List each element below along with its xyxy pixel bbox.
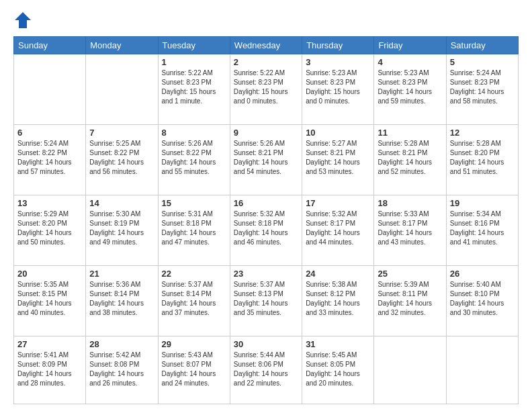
calendar-cell: 4Sunrise: 5:23 AM Sunset: 8:23 PM Daylig… bbox=[374, 54, 446, 125]
day-info: Sunrise: 5:27 AM Sunset: 8:21 PM Dayligh… bbox=[306, 139, 370, 177]
day-number: 4 bbox=[378, 57, 442, 67]
calendar-week-1: 1Sunrise: 5:22 AM Sunset: 8:23 PM Daylig… bbox=[14, 54, 519, 125]
calendar-cell: 22Sunrise: 5:37 AM Sunset: 8:14 PM Dayli… bbox=[158, 265, 230, 336]
day-number: 25 bbox=[378, 269, 442, 279]
calendar-table: SundayMondayTuesdayWednesdayThursdayFrid… bbox=[13, 36, 519, 404]
calendar-week-3: 13Sunrise: 5:29 AM Sunset: 8:20 PM Dayli… bbox=[14, 195, 519, 265]
calendar-cell: 15Sunrise: 5:31 AM Sunset: 8:18 PM Dayli… bbox=[158, 195, 230, 265]
page: SundayMondayTuesdayWednesdayThursdayFrid… bbox=[0, 0, 532, 411]
logo-icon bbox=[13, 11, 32, 30]
calendar-cell bbox=[86, 54, 158, 125]
calendar-cell: 24Sunrise: 5:38 AM Sunset: 8:12 PM Dayli… bbox=[302, 265, 374, 336]
day-number: 24 bbox=[306, 269, 370, 279]
day-number: 10 bbox=[306, 128, 370, 138]
calendar-cell: 1Sunrise: 5:22 AM Sunset: 8:23 PM Daylig… bbox=[158, 54, 230, 125]
day-info: Sunrise: 5:23 AM Sunset: 8:23 PM Dayligh… bbox=[306, 68, 370, 106]
calendar-cell: 11Sunrise: 5:28 AM Sunset: 8:21 PM Dayli… bbox=[374, 124, 446, 195]
weekday-header-row: SundayMondayTuesdayWednesdayThursdayFrid… bbox=[14, 37, 519, 54]
day-info: Sunrise: 5:26 AM Sunset: 8:22 PM Dayligh… bbox=[162, 139, 226, 177]
day-info: Sunrise: 5:28 AM Sunset: 8:20 PM Dayligh… bbox=[450, 139, 515, 177]
weekday-header-friday: Friday bbox=[374, 37, 446, 54]
day-number: 21 bbox=[89, 269, 154, 279]
calendar-cell: 14Sunrise: 5:30 AM Sunset: 8:19 PM Dayli… bbox=[86, 195, 158, 265]
calendar-cell: 26Sunrise: 5:40 AM Sunset: 8:10 PM Dayli… bbox=[446, 265, 518, 336]
calendar-cell: 3Sunrise: 5:23 AM Sunset: 8:23 PM Daylig… bbox=[302, 54, 374, 125]
weekday-header-sunday: Sunday bbox=[14, 37, 86, 54]
calendar-cell: 17Sunrise: 5:32 AM Sunset: 8:17 PM Dayli… bbox=[302, 195, 374, 265]
calendar-cell: 9Sunrise: 5:26 AM Sunset: 8:21 PM Daylig… bbox=[230, 124, 302, 195]
day-info: Sunrise: 5:33 AM Sunset: 8:17 PM Dayligh… bbox=[378, 210, 442, 247]
calendar-cell: 31Sunrise: 5:45 AM Sunset: 8:05 PM Dayli… bbox=[302, 336, 374, 404]
day-info: Sunrise: 5:45 AM Sunset: 8:05 PM Dayligh… bbox=[306, 351, 370, 388]
svg-marker-0 bbox=[15, 12, 31, 28]
day-number: 2 bbox=[234, 57, 298, 67]
day-info: Sunrise: 5:32 AM Sunset: 8:17 PM Dayligh… bbox=[306, 210, 370, 247]
calendar-cell: 2Sunrise: 5:22 AM Sunset: 8:23 PM Daylig… bbox=[230, 54, 302, 125]
day-number: 23 bbox=[234, 269, 298, 279]
day-number: 16 bbox=[234, 198, 298, 208]
calendar-cell bbox=[374, 336, 446, 404]
calendar-cell: 12Sunrise: 5:28 AM Sunset: 8:20 PM Dayli… bbox=[446, 124, 518, 195]
calendar-cell: 7Sunrise: 5:25 AM Sunset: 8:22 PM Daylig… bbox=[86, 124, 158, 195]
day-number: 9 bbox=[234, 128, 298, 138]
day-info: Sunrise: 5:43 AM Sunset: 8:07 PM Dayligh… bbox=[162, 351, 226, 388]
weekday-header-thursday: Thursday bbox=[302, 37, 374, 54]
day-info: Sunrise: 5:39 AM Sunset: 8:11 PM Dayligh… bbox=[378, 280, 442, 318]
calendar-cell: 29Sunrise: 5:43 AM Sunset: 8:07 PM Dayli… bbox=[158, 336, 230, 404]
day-number: 8 bbox=[162, 128, 226, 138]
day-info: Sunrise: 5:44 AM Sunset: 8:06 PM Dayligh… bbox=[234, 351, 298, 388]
day-number: 31 bbox=[306, 339, 370, 349]
day-number: 11 bbox=[378, 128, 442, 138]
day-number: 27 bbox=[17, 339, 82, 349]
calendar-cell: 6Sunrise: 5:24 AM Sunset: 8:22 PM Daylig… bbox=[14, 124, 86, 195]
day-info: Sunrise: 5:41 AM Sunset: 8:09 PM Dayligh… bbox=[17, 351, 82, 388]
day-number: 26 bbox=[450, 269, 515, 279]
day-number: 19 bbox=[450, 198, 515, 208]
day-number: 18 bbox=[378, 198, 442, 208]
day-info: Sunrise: 5:28 AM Sunset: 8:21 PM Dayligh… bbox=[378, 139, 442, 177]
logo bbox=[13, 11, 35, 30]
day-info: Sunrise: 5:38 AM Sunset: 8:12 PM Dayligh… bbox=[306, 280, 370, 318]
day-number: 20 bbox=[17, 269, 82, 279]
day-number: 15 bbox=[162, 198, 226, 208]
day-info: Sunrise: 5:35 AM Sunset: 8:15 PM Dayligh… bbox=[17, 280, 82, 318]
day-info: Sunrise: 5:29 AM Sunset: 8:20 PM Dayligh… bbox=[17, 210, 82, 247]
day-number: 1 bbox=[162, 57, 226, 67]
day-info: Sunrise: 5:37 AM Sunset: 8:14 PM Dayligh… bbox=[162, 280, 226, 318]
calendar-cell bbox=[14, 54, 86, 125]
calendar-cell: 8Sunrise: 5:26 AM Sunset: 8:22 PM Daylig… bbox=[158, 124, 230, 195]
calendar-cell: 23Sunrise: 5:37 AM Sunset: 8:13 PM Dayli… bbox=[230, 265, 302, 336]
calendar-cell: 30Sunrise: 5:44 AM Sunset: 8:06 PM Dayli… bbox=[230, 336, 302, 404]
day-info: Sunrise: 5:36 AM Sunset: 8:14 PM Dayligh… bbox=[89, 280, 154, 318]
day-number: 13 bbox=[17, 198, 82, 208]
day-number: 22 bbox=[162, 269, 226, 279]
calendar-cell: 5Sunrise: 5:24 AM Sunset: 8:23 PM Daylig… bbox=[446, 54, 518, 125]
calendar-cell: 20Sunrise: 5:35 AM Sunset: 8:15 PM Dayli… bbox=[14, 265, 86, 336]
calendar-cell: 25Sunrise: 5:39 AM Sunset: 8:11 PM Dayli… bbox=[374, 265, 446, 336]
weekday-header-tuesday: Tuesday bbox=[158, 37, 230, 54]
calendar-cell bbox=[446, 336, 518, 404]
day-info: Sunrise: 5:22 AM Sunset: 8:23 PM Dayligh… bbox=[234, 68, 298, 106]
calendar-cell: 28Sunrise: 5:42 AM Sunset: 8:08 PM Dayli… bbox=[86, 336, 158, 404]
calendar-cell: 27Sunrise: 5:41 AM Sunset: 8:09 PM Dayli… bbox=[14, 336, 86, 404]
day-info: Sunrise: 5:34 AM Sunset: 8:16 PM Dayligh… bbox=[450, 210, 515, 247]
weekday-header-saturday: Saturday bbox=[446, 37, 518, 54]
day-info: Sunrise: 5:25 AM Sunset: 8:22 PM Dayligh… bbox=[89, 139, 154, 177]
calendar-week-5: 27Sunrise: 5:41 AM Sunset: 8:09 PM Dayli… bbox=[14, 336, 519, 404]
day-info: Sunrise: 5:30 AM Sunset: 8:19 PM Dayligh… bbox=[89, 210, 154, 247]
calendar-cell: 21Sunrise: 5:36 AM Sunset: 8:14 PM Dayli… bbox=[86, 265, 158, 336]
day-info: Sunrise: 5:37 AM Sunset: 8:13 PM Dayligh… bbox=[234, 280, 298, 318]
weekday-header-wednesday: Wednesday bbox=[230, 37, 302, 54]
day-number: 28 bbox=[89, 339, 154, 349]
calendar-cell: 19Sunrise: 5:34 AM Sunset: 8:16 PM Dayli… bbox=[446, 195, 518, 265]
calendar-cell: 18Sunrise: 5:33 AM Sunset: 8:17 PM Dayli… bbox=[374, 195, 446, 265]
day-number: 3 bbox=[306, 57, 370, 67]
day-info: Sunrise: 5:32 AM Sunset: 8:18 PM Dayligh… bbox=[234, 210, 298, 247]
day-number: 30 bbox=[234, 339, 298, 349]
calendar-cell: 13Sunrise: 5:29 AM Sunset: 8:20 PM Dayli… bbox=[14, 195, 86, 265]
day-info: Sunrise: 5:42 AM Sunset: 8:08 PM Dayligh… bbox=[89, 351, 154, 388]
header bbox=[13, 11, 519, 30]
calendar-cell: 10Sunrise: 5:27 AM Sunset: 8:21 PM Dayli… bbox=[302, 124, 374, 195]
day-info: Sunrise: 5:40 AM Sunset: 8:10 PM Dayligh… bbox=[450, 280, 515, 318]
calendar-week-2: 6Sunrise: 5:24 AM Sunset: 8:22 PM Daylig… bbox=[14, 124, 519, 195]
